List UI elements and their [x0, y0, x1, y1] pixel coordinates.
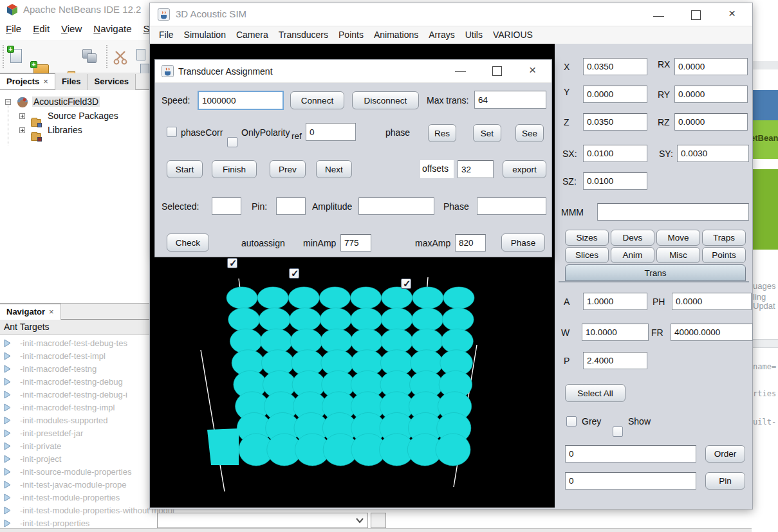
start-button[interactable]: Start: [167, 160, 203, 178]
disconnect-button[interactable]: Disconnect: [352, 91, 419, 109]
sim-menu-transducers[interactable]: Transducers: [273, 26, 333, 43]
transducer-ellipse[interactable]: [382, 287, 412, 309]
tree-row-project[interactable]: AcousticField3D: [0, 95, 149, 109]
ph-field[interactable]: [672, 293, 752, 310]
export-button[interactable]: export: [503, 160, 546, 178]
order-field[interactable]: [565, 445, 696, 463]
amplitude-field[interactable]: [358, 197, 434, 215]
nb-menu-view[interactable]: View: [55, 19, 88, 38]
tab-services[interactable]: Services: [88, 74, 136, 90]
sim-menu-various[interactable]: VARIOUS: [488, 26, 538, 43]
rz-field[interactable]: [674, 113, 748, 131]
tab-misc[interactable]: Misc: [656, 247, 700, 263]
maximize-icon[interactable]: [492, 66, 502, 76]
close-icon[interactable]: ×: [728, 8, 736, 18]
sim-menu-points[interactable]: Points: [333, 26, 369, 43]
tab-navigator[interactable]: Navigator×: [0, 304, 61, 320]
cut-icon[interactable]: [112, 49, 129, 66]
sim-titlebar[interactable]: 3D Acoustic SIM ×: [150, 3, 752, 26]
a-field[interactable]: [583, 293, 647, 310]
navigator-filter-combo[interactable]: [157, 513, 368, 528]
transducer-ellipse[interactable]: [381, 308, 412, 331]
res-button[interactable]: Res: [428, 124, 456, 142]
autoassign-checkbox[interactable]: [227, 258, 237, 268]
maxamp-checkbox[interactable]: [401, 279, 411, 289]
tab-close-icon[interactable]: ×: [49, 307, 54, 316]
sim-menu-animations[interactable]: Animations: [369, 26, 423, 43]
transducer-ellipse[interactable]: [288, 287, 319, 309]
tab-trans[interactable]: Trans: [565, 264, 746, 281]
transducer-ellipse[interactable]: [228, 308, 260, 331]
expand-icon[interactable]: [19, 127, 25, 133]
tab-close-icon[interactable]: ×: [43, 77, 48, 86]
prev-button[interactable]: Prev: [270, 160, 306, 178]
tab-points[interactable]: Points: [702, 247, 746, 263]
tab-move[interactable]: Move: [656, 230, 700, 246]
transducer-ellipse[interactable]: [351, 308, 382, 331]
nb-menu-edit[interactable]: Edit: [27, 19, 55, 38]
tab-sizes[interactable]: Sizes: [565, 230, 609, 246]
sy-field[interactable]: [677, 145, 749, 162]
phase-button[interactable]: Phase: [501, 234, 545, 252]
dialog-titlebar[interactable]: Transducer Assignment ×: [155, 60, 551, 83]
tree-item-label[interactable]: Libraries: [48, 125, 82, 135]
transducer-ellipse[interactable]: [320, 308, 351, 331]
rx-field[interactable]: [674, 58, 748, 75]
toolbar-grip[interactable]: [3, 45, 5, 68]
speed-field[interactable]: [198, 91, 284, 110]
tree-row-libraries[interactable]: Libraries: [0, 124, 149, 138]
nb-menu-navigate[interactable]: Navigate: [88, 19, 137, 38]
check-button[interactable]: Check: [167, 234, 209, 252]
transducer-ellipse[interactable]: [443, 287, 474, 309]
offsets-field[interactable]: [458, 160, 494, 178]
see-button[interactable]: See: [515, 124, 544, 142]
connect-button[interactable]: Connect: [290, 91, 344, 109]
nb-menu-sou[interactable]: Sou: [138, 19, 149, 38]
transducer-ellipse[interactable]: [436, 434, 470, 466]
w-field[interactable]: [582, 324, 649, 341]
transducer-ellipse[interactable]: [259, 308, 290, 331]
transducer-ellipse[interactable]: [290, 308, 321, 331]
maximize-icon[interactable]: [691, 10, 701, 20]
maxamp-field[interactable]: [455, 234, 486, 252]
transducer-ellipse[interactable]: [319, 287, 350, 309]
sz-field[interactable]: [583, 172, 647, 190]
transducer-ellipse[interactable]: [412, 287, 443, 309]
x-field[interactable]: [583, 58, 647, 75]
select-all-button[interactable]: Select All: [565, 384, 625, 402]
show-checkbox[interactable]: [613, 427, 623, 437]
tab-anim[interactable]: Anim: [611, 247, 654, 263]
fr-field[interactable]: [671, 324, 753, 341]
scroll-box[interactable]: [371, 513, 386, 528]
pin-field[interactable]: [565, 472, 696, 490]
project-name[interactable]: AcousticField3D: [32, 96, 100, 107]
tab-traps[interactable]: Traps: [702, 230, 746, 246]
order-button[interactable]: Order: [705, 445, 745, 463]
new-file-icon[interactable]: +: [10, 49, 22, 63]
grey-checkbox[interactable]: [566, 416, 577, 427]
collapse-icon[interactable]: [5, 99, 11, 105]
pin-field[interactable]: [276, 197, 306, 215]
next-button[interactable]: Next: [316, 160, 352, 178]
expand-icon[interactable]: [19, 113, 25, 119]
minimize-icon[interactable]: [653, 16, 664, 17]
tree-row-source-packages[interactable]: Source Packages: [0, 109, 149, 124]
pin-button[interactable]: Pin: [705, 472, 745, 490]
tree-item-label[interactable]: Source Packages: [48, 111, 118, 121]
tab-projects[interactable]: Projects×: [0, 73, 55, 89]
selected-field[interactable]: [212, 197, 241, 215]
tab-files[interactable]: Files: [55, 74, 88, 90]
sim-menu-camera[interactable]: Camera: [231, 26, 273, 43]
close-icon[interactable]: ×: [529, 65, 536, 75]
tab-slices[interactable]: Slices: [565, 247, 609, 263]
chevron-down-icon[interactable]: [356, 518, 364, 524]
minamp-checkbox[interactable]: [289, 268, 299, 279]
phase2-field[interactable]: [477, 197, 546, 215]
sim-menu-utils[interactable]: Utils: [460, 26, 488, 43]
ref-field[interactable]: [306, 123, 356, 141]
nb-menu-file[interactable]: File: [0, 19, 27, 38]
onlypolarity-checkbox[interactable]: [227, 137, 237, 147]
tab-devs[interactable]: Devs: [611, 230, 654, 246]
transducer-ellipse[interactable]: [257, 287, 288, 309]
z-field[interactable]: [583, 113, 647, 131]
